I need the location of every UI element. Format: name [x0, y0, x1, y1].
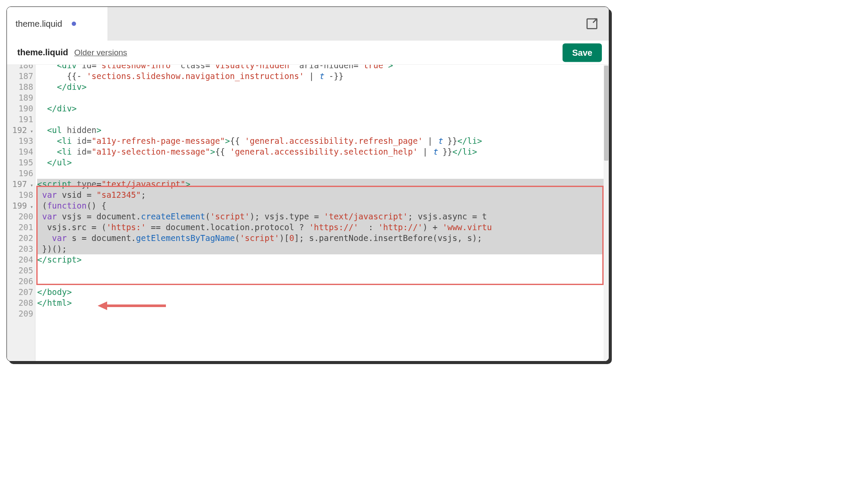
code-line[interactable]: var vsid = "sa12345"; — [37, 190, 609, 200]
code-line[interactable] — [37, 114, 609, 125]
line-number: 203 — [7, 244, 35, 254]
unsaved-indicator-icon — [72, 22, 76, 26]
scroll-thumb[interactable] — [604, 66, 608, 161]
line-number: 200 — [7, 211, 35, 222]
code-line[interactable]: </script> — [37, 254, 609, 265]
code-line[interactable]: </ul> — [37, 157, 609, 168]
code-line[interactable]: <ul hidden> — [37, 125, 609, 136]
code-line[interactable]: var s = document.getElementsByTagName('s… — [37, 233, 609, 244]
line-number: 202 — [7, 233, 35, 244]
line-number: 192 — [7, 125, 35, 136]
line-number: 196 — [7, 168, 35, 179]
line-number: 204 — [7, 254, 35, 265]
line-number: 199 — [7, 200, 35, 211]
code-line[interactable] — [37, 276, 609, 287]
line-number: 207 — [7, 287, 35, 298]
vertical-scrollbar[interactable] — [604, 65, 609, 361]
line-number: 188 — [7, 82, 35, 92]
code-line[interactable]: </html> — [37, 298, 609, 308]
file-header: theme.liquid Older versions Save — [7, 41, 609, 65]
tab-label: theme.liquid — [16, 19, 62, 29]
code-line[interactable] — [37, 92, 609, 103]
older-versions-link[interactable]: Older versions — [74, 48, 127, 57]
code-line[interactable]: {{- 'sections.slideshow.navigation_instr… — [37, 71, 609, 82]
code-line[interactable]: })(); — [37, 244, 609, 254]
file-tab[interactable]: theme.liquid — [7, 7, 108, 41]
line-number: 186 — [7, 65, 35, 71]
line-number: 195 — [7, 157, 35, 168]
code-line[interactable]: </div> — [37, 103, 609, 114]
line-number: 189 — [7, 92, 35, 103]
line-number: 193 — [7, 136, 35, 146]
code-line[interactable] — [37, 308, 609, 319]
line-number: 191 — [7, 114, 35, 125]
code-line[interactable]: vsjs.src = ('https:' == document.locatio… — [37, 222, 609, 233]
line-number: 190 — [7, 103, 35, 114]
line-number: 197 — [7, 179, 35, 190]
code-line[interactable]: <script type="text/javascript"> — [37, 179, 609, 190]
expand-icon[interactable] — [585, 17, 598, 30]
line-number: 208 — [7, 298, 35, 308]
code-line[interactable]: </div> — [37, 82, 609, 92]
editor-window: theme.liquid theme.liquid Older versions… — [6, 6, 609, 361]
line-gutter: 1861871881891901911921931941951961971981… — [7, 65, 35, 361]
line-number: 194 — [7, 146, 35, 157]
line-number: 206 — [7, 276, 35, 287]
line-number: 187 — [7, 71, 35, 82]
code-line[interactable] — [37, 168, 609, 179]
code-line[interactable]: <li id="a11y-refresh-page-message">{{ 'g… — [37, 136, 609, 146]
line-number: 205 — [7, 265, 35, 276]
code-line[interactable]: (function() { — [37, 200, 609, 211]
code-line[interactable]: var vsjs = document.createElement('scrip… — [37, 211, 609, 222]
code-line[interactable]: <li id="a11y-selection-message">{{ 'gene… — [37, 146, 609, 157]
code-line[interactable] — [37, 265, 609, 276]
code-area[interactable]: <div id="slideshow-info" class="visually… — [35, 65, 609, 361]
code-line[interactable]: </body> — [37, 287, 609, 298]
code-editor[interactable]: 1861871881891901911921931941951961971981… — [7, 65, 609, 361]
code-line[interactable]: <div id="slideshow-info" class="visually… — [37, 65, 609, 71]
filename-label: theme.liquid — [17, 48, 68, 57]
line-number: 209 — [7, 308, 35, 319]
save-button[interactable]: Save — [563, 43, 602, 62]
tab-bar: theme.liquid — [7, 7, 609, 41]
line-number: 198 — [7, 190, 35, 200]
line-number: 201 — [7, 222, 35, 233]
